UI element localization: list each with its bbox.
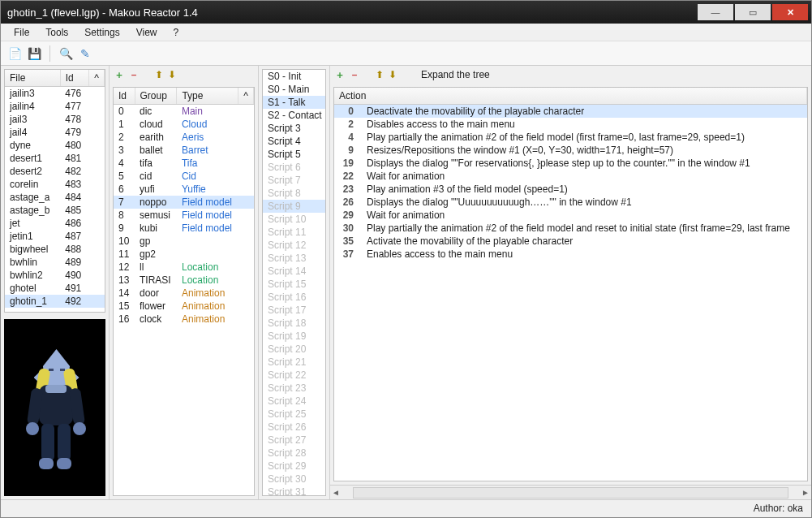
arrow-up-icon[interactable]: ⬆ [155,69,163,80]
table-row[interactable]: dyne480 [5,139,105,152]
menu-item[interactable]: Settings [76,25,127,40]
table-row[interactable]: astage_a484 [5,191,105,204]
list-item[interactable]: S2 - Contact [263,109,326,122]
list-item[interactable]: Script 5 [263,148,326,161]
list-item[interactable]: Script 26 [263,421,326,434]
table-row[interactable]: 9Resizes/Repositions the window #1 (X=0,… [334,144,807,157]
table-row[interactable]: 22Wait for animation [334,170,807,183]
table-row[interactable]: 12llLocation [114,261,254,274]
table-row[interactable]: desert2482 [5,165,105,178]
list-item[interactable]: Script 17 [263,304,326,317]
table-row[interactable]: jail3478 [5,113,105,126]
table-row[interactable]: 9kubiField model [114,222,254,235]
minimize-button[interactable]: — [698,4,733,20]
list-item[interactable]: Script 21 [263,356,326,369]
list-item[interactable]: Script 6 [263,161,326,174]
list-item[interactable]: Script 22 [263,369,326,382]
list-item[interactable]: Script 24 [263,395,326,408]
table-row[interactable]: 0dicMain [114,105,254,119]
table-row[interactable]: 7noppoField model [114,196,254,209]
expand-tree-button[interactable]: Expand the tree [421,69,490,80]
table-row[interactable]: 29Wait for animation [334,209,807,222]
horizontal-scrollbar[interactable]: ◄► [330,485,811,499]
menu-item[interactable]: File [6,25,37,40]
list-item[interactable]: Script 7 [263,174,326,187]
menu-item[interactable]: Tools [37,25,76,40]
table-row[interactable]: 2Disables access to the main menu [334,118,807,131]
add-icon[interactable]: ＋ [335,68,345,82]
table-row[interactable]: jetin1487 [5,230,105,243]
list-item[interactable]: S1 - Talk [263,96,326,109]
script-list[interactable]: S0 - InitS0 - MainS1 - TalkS2 - ContactS… [262,69,326,496]
list-item[interactable]: Script 16 [263,291,326,304]
close-button[interactable]: ✕ [772,4,808,20]
list-item[interactable]: Script 23 [263,382,326,395]
search-icon[interactable]: 🔍 [58,46,73,61]
table-row[interactable]: astage_b485 [5,204,105,217]
menu-item[interactable]: ? [165,25,187,40]
list-item[interactable]: Script 18 [263,317,326,330]
table-row[interactable]: jet486 [5,217,105,230]
table-row[interactable]: jail4479 [5,126,105,139]
arrow-down-icon[interactable]: ⬇ [168,69,176,80]
maximize-button[interactable]: ▭ [735,4,771,20]
table-row[interactable]: bwhlin489 [5,256,105,269]
table-row[interactable]: jailin3476 [5,87,105,101]
table-row[interactable]: 30Play partially the animation #2 of the… [334,222,807,235]
list-item[interactable]: Script 14 [263,265,326,278]
table-row[interactable]: 4Play partially the animation #2 of the … [334,131,807,144]
table-row[interactable]: 26Displays the dialog ""Uuuuuuuuuuugh……"… [334,196,807,209]
table-row[interactable]: 16clockAnimation [114,313,254,326]
menu-item[interactable]: View [128,25,165,40]
table-row[interactable]: 19Displays the dialog ""For reservations… [334,157,807,170]
add-icon[interactable]: ＋ [114,68,124,82]
list-item[interactable]: Script 31 [263,486,326,496]
new-icon[interactable]: 📄 [7,46,22,61]
save-icon[interactable]: 💾 [27,46,41,61]
list-item[interactable]: Script 27 [263,434,326,447]
file-list[interactable]: FileId^jailin3476jailin4477jail3478jail4… [4,69,105,313]
list-item[interactable]: Script 11 [263,226,326,239]
table-row[interactable]: 11gp2 [114,248,254,261]
list-item[interactable]: Script 12 [263,239,326,252]
table-row[interactable]: 35Activate the movability of the playabl… [334,235,807,248]
table-row[interactable]: 37Enables access to the main menu [334,248,807,261]
arrow-down-icon[interactable]: ⬇ [389,69,397,80]
table-row[interactable]: 23Play animation #3 of the field model (… [334,183,807,196]
table-row[interactable]: 15flowerAnimation [114,300,254,313]
table-row[interactable]: 10gp [114,235,254,248]
remove-icon[interactable]: － [129,68,139,82]
list-item[interactable]: Script 9 [263,200,326,213]
list-item[interactable]: S0 - Init [263,70,326,83]
table-row[interactable]: 2earithAeris [114,131,254,144]
table-row[interactable]: jailin4477 [5,100,105,113]
action-list[interactable]: Action0Deactivate the movability of the … [333,87,808,481]
list-item[interactable]: Script 25 [263,408,326,421]
list-item[interactable]: Script 13 [263,252,326,265]
table-row[interactable]: corelin483 [5,178,105,191]
remove-icon[interactable]: － [350,68,359,82]
table-row[interactable]: 4tifaTifa [114,157,254,170]
table-row[interactable]: desert1481 [5,152,105,165]
table-row[interactable]: 5cidCid [114,170,254,183]
table-row[interactable]: 1cloudCloud [114,118,254,131]
list-item[interactable]: Script 29 [263,460,326,473]
list-item[interactable]: Script 20 [263,343,326,356]
list-item[interactable]: Script 28 [263,447,326,460]
group-list[interactable]: IdGroupType^0dicMain1cloudCloud2earithAe… [113,87,255,496]
list-item[interactable]: S0 - Main [263,83,326,96]
list-item[interactable]: Script 8 [263,187,326,200]
table-row[interactable]: 8semusiField model [114,209,254,222]
list-item[interactable]: Script 3 [263,122,326,135]
table-row[interactable]: ghotel491 [5,282,105,295]
table-row[interactable]: 3balletBarret [114,144,254,157]
list-item[interactable]: Script 10 [263,213,326,226]
table-row[interactable]: 13TIRASILocation [114,274,254,287]
list-item[interactable]: Script 15 [263,278,326,291]
table-row[interactable]: 0Deactivate the movability of the playab… [334,105,807,119]
list-item[interactable]: Script 19 [263,330,326,343]
table-row[interactable]: bwhlin2490 [5,269,105,282]
list-item[interactable]: Script 4 [263,135,326,148]
list-item[interactable]: Script 30 [263,473,326,486]
table-row[interactable]: 14doorAnimation [114,287,254,300]
